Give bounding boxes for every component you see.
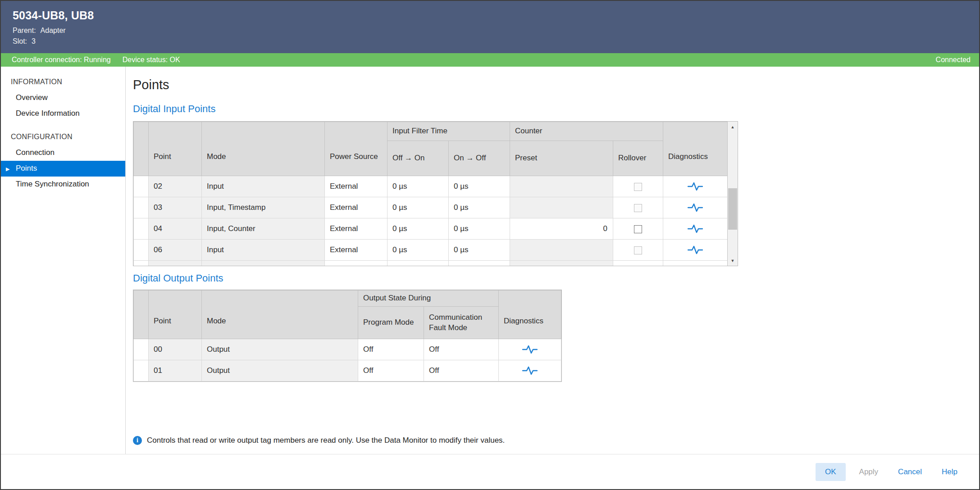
scroll-down-icon[interactable]: ▼ [728,255,738,266]
table-row: 01 Output Off Off [134,360,561,381]
col-header-point: Point [149,290,202,339]
vertical-scrollbar[interactable]: ▲ ▼ [727,122,738,266]
scroll-up-icon[interactable]: ▲ [728,122,738,132]
diagnostics-pulse-icon[interactable] [688,224,703,232]
sidebar-item-time-synchronization[interactable]: ▶Time Synchronization [1,177,125,192]
controller-connection-status: Controller connection: Running [12,56,111,64]
nav-header-configuration: CONFIGURATION [1,129,125,145]
cell-filter-on-off[interactable]: 0 µs [449,240,510,261]
col-group-counter: Counter [510,122,663,141]
cell-filter-on-off[interactable]: 0 µs [449,176,510,197]
table-row: 00 Output Off Off [134,339,561,360]
cell-filter-off-on[interactable]: 0 µs [387,240,449,261]
cell-comm-fault-mode[interactable]: Off [424,339,499,360]
cell-filter-on-off[interactable]: 0 µs [449,218,510,240]
diagnostics-pulse-icon[interactable] [522,366,538,374]
cell-preset [510,261,613,267]
sidebar-item-connection[interactable]: ▶Connection [1,145,125,161]
col-header-filter-off-on: Off → On [387,141,449,176]
col-group-output-state-during: Output State During [358,290,499,307]
cell-preset [510,176,613,197]
ok-button[interactable]: OK [816,463,846,481]
rollover-checkbox [634,204,642,212]
cell-program-mode[interactable]: Off [358,360,424,381]
page-title: Points [133,77,979,92]
sidebar-item-device-information[interactable]: ▶Device Information [1,106,125,122]
help-button[interactable]: Help [935,463,964,481]
info-icon: i [133,436,142,445]
main-content: Points Digital Input Points Point Mode P… [126,67,979,454]
cell-rollover [613,218,663,240]
cell-diagnostics[interactable] [499,339,561,360]
row-selector[interactable] [134,197,149,218]
row-selector[interactable] [134,240,149,261]
row-selector-header [134,122,149,176]
cell-filter-off-on[interactable]: 0 µs [387,218,449,240]
footer-button-bar: OK Apply Cancel Help [1,454,979,489]
col-header-filter-on-off: On → Off [449,141,510,176]
table-row: 06 Input External 0 µs 0 µs [134,240,728,261]
cell-rollover [613,176,663,197]
diagnostics-pulse-icon[interactable] [688,181,703,190]
cell-comm-fault-mode[interactable]: Off [424,360,499,381]
sidebar-item-points[interactable]: ▶Points [1,161,125,177]
row-selector[interactable] [134,261,149,267]
row-selector[interactable] [134,218,149,240]
nav-section-configuration: CONFIGURATION ▶Connection ▶Points ▶Time … [1,129,125,192]
cell-mode: Output [202,339,358,360]
connection-state: Connected [936,56,971,64]
col-header-point: Point [149,122,202,176]
cell-program-mode[interactable]: Off [358,339,424,360]
cell-diagnostics[interactable] [663,176,728,197]
cell-power-source[interactable]: External [325,176,387,197]
cell-diagnostics[interactable] [663,218,728,240]
cell-diagnostics[interactable] [663,240,728,261]
cell-power-source[interactable]: External [325,240,387,261]
cell-mode: Input [202,176,325,197]
cell-power-source[interactable]: External [325,261,387,267]
cell-filter-off-on[interactable]: 0 µs [387,261,449,267]
diagnostics-pulse-icon[interactable] [688,245,703,254]
digital-input-points-table: Point Mode Power Source Input Filter Tim… [133,121,738,266]
diagnostics-pulse-icon[interactable] [688,203,703,211]
cell-mode: Output [202,360,358,381]
device-title: 5034-UB8, UB8 [13,9,979,22]
cell-power-source[interactable]: External [325,218,387,240]
sidebar-item-overview[interactable]: ▶Overview [1,90,125,106]
rollover-checkbox [634,246,642,254]
cell-power-source[interactable]: External [325,197,387,218]
scrollbar-thumb[interactable] [728,188,737,230]
device-profile-window: 5034-UB8, UB8 Parent:Adapter Slot:3 Cont… [0,0,980,490]
cancel-button[interactable]: Cancel [892,463,928,481]
rollover-checkbox[interactable] [634,225,642,233]
slot-line: Slot:3 [13,37,979,45]
cell-filter-off-on[interactable]: 0 µs [387,197,449,218]
cell-diagnostics[interactable] [663,261,728,267]
row-selector[interactable] [134,360,149,381]
apply-button[interactable]: Apply [853,463,885,481]
row-selector[interactable] [134,176,149,197]
cell-preset[interactable]: 0 [510,218,613,240]
parent-label: Parent: [13,27,36,34]
col-header-comm-fault-mode: Communication Fault Mode [424,307,499,339]
cell-filter-off-on[interactable]: 0 µs [387,176,449,197]
cell-diagnostics[interactable] [499,360,561,381]
digital-output-points-table: Point Mode Output State During Diagnosti… [133,290,562,382]
cell-preset [510,240,613,261]
cell-diagnostics[interactable] [663,197,728,218]
col-header-preset: Preset [510,141,613,176]
row-selector-header [134,290,149,339]
cell-rollover [613,240,663,261]
cell-filter-on-off[interactable]: 0 µs [449,197,510,218]
col-header-mode: Mode [202,122,325,176]
cell-point: 06 [149,240,202,261]
cell-point: 00 [149,339,202,360]
diagnostics-pulse-icon[interactable] [522,345,538,353]
table-row: 03 Input, Timestamp External 0 µs 0 µs [134,197,728,218]
parent-line: Parent:Adapter [13,27,979,35]
sidebar: INFORMATION ▶Overview ▶Device Informatio… [1,67,126,454]
row-selector[interactable] [134,339,149,360]
cell-filter-on-off[interactable]: 0 µs [449,261,510,267]
slot-value: 3 [32,37,36,45]
cell-point: 02 [149,176,202,197]
